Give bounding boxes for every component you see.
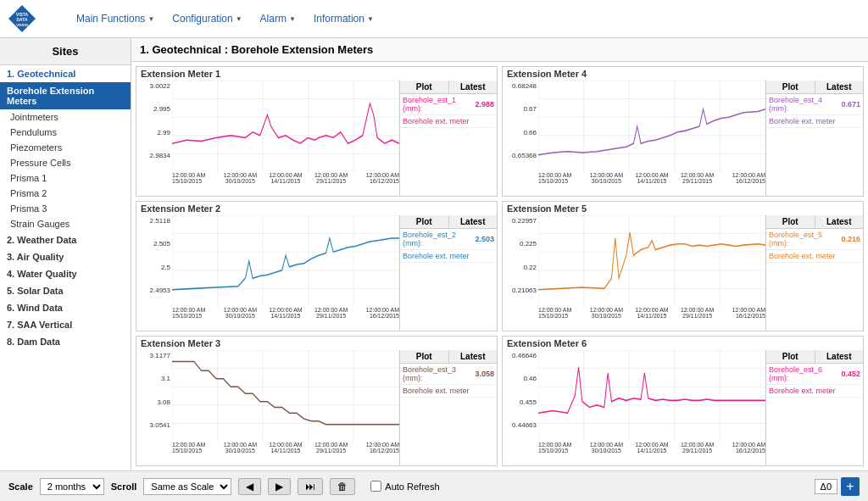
chart-legend-ext2: Plot Latest Borehole_est_2 (mm): 2.503 B…: [399, 215, 497, 331]
chart-plot-ext1: [172, 81, 399, 172]
chevron-down-icon: ▼: [236, 15, 242, 23]
sidebar-item-saa[interactable]: 7. SAA Vertical: [0, 316, 131, 333]
chart-title-ext2: Extension Meter 2: [136, 202, 497, 215]
chart-plot-ext3: [172, 350, 399, 442]
scale-select[interactable]: 2 months 1 month 3 months: [40, 478, 104, 495]
chart-ext2: Extension Meter 2 2.5118 2.505 2.5 2.495…: [136, 201, 498, 331]
sidebar: Sites 1. Geotechnical Borehole Extension…: [0, 38, 131, 470]
sidebar-item-jointmeters[interactable]: Jointmeters: [0, 109, 131, 125]
sidebar-item-pendulums[interactable]: Pendulums: [0, 125, 131, 140]
chart-legend-ext6: Plot Latest Borehole_est_6 (mm): 0.452 B…: [765, 350, 863, 465]
chevron-down-icon: ▼: [289, 15, 296, 23]
scroll-select[interactable]: Same as Scale 1 week 1 day: [143, 478, 231, 495]
chart-plot-ext6: [538, 350, 765, 442]
xaxis-ext3: 12:00:00 AM15/10/2015 12:00:00 AM30/10/2…: [136, 442, 399, 465]
sidebar-item-pressure-cells[interactable]: Pressure Cells: [0, 155, 131, 170]
bottom-toolbar: Scale 2 months 1 month 3 months Scroll S…: [0, 470, 868, 501]
auto-refresh-label: Auto Refresh: [385, 482, 439, 492]
add-button[interactable]: +: [841, 477, 860, 496]
logo-icon: VISTA DATA VISION: [8, 5, 36, 32]
yaxis-ext4: 0.68248 0.67 0.66 0.65368: [503, 81, 538, 172]
svg-text:DATA: DATA: [16, 17, 28, 22]
chart-plot-ext2: [172, 215, 399, 307]
chart-legend-ext4: Plot Latest Borehole_est_4 (mm): 0.671 B…: [765, 81, 863, 196]
sidebar-item-solar[interactable]: 5. Solar Data: [0, 282, 131, 299]
scroll-back-button[interactable]: ◀: [238, 478, 261, 495]
sidebar-item-prisma1[interactable]: Prisma 1: [0, 170, 131, 186]
xaxis-ext6: 12:00:00 AM15/10/2015 12:00:00 AM30/10/2…: [503, 442, 765, 465]
chart-legend-ext1: Plot Latest Borehole_est_1 (mm): 2.988 B…: [399, 81, 497, 196]
nav-information[interactable]: Information ▼: [307, 8, 381, 29]
nav-alarm[interactable]: Alarm ▼: [253, 8, 303, 29]
content-area: 1. Geotechnical : Borehole Extension Met…: [131, 38, 868, 470]
chart-title-ext6: Extension Meter 6: [503, 337, 863, 350]
chart-body-ext6: 0.46646 0.46 0.455 0.44663: [503, 350, 863, 465]
sidebar-title: Sites: [0, 38, 131, 65]
nav-configuration[interactable]: Configuration ▼: [165, 8, 248, 29]
sidebar-item-wind[interactable]: 6. Wind Data: [0, 299, 131, 316]
charts-grid: Extension Meter 1 3.0022 2.995 2.99 2.98…: [131, 62, 868, 470]
xaxis-ext5: 12:00:00 AM15/10/2015 12:00:00 AM30/10/2…: [503, 307, 765, 331]
chart-legend-ext5: Plot Latest Borehole_est_5 (mm): 0.216 B…: [765, 215, 863, 331]
chart-body-ext4: 0.68248 0.67 0.66 0.65368: [503, 81, 863, 196]
sidebar-item-prisma2[interactable]: Prisma 2: [0, 186, 131, 201]
delta-badge: Δ0: [815, 479, 837, 494]
svg-text:VISION: VISION: [16, 23, 28, 27]
chart-title-ext3: Extension Meter 3: [136, 337, 497, 350]
chart-body-ext2: 2.5118 2.505 2.5 2.4953: [136, 215, 497, 331]
scale-label: Scale: [8, 482, 33, 492]
auto-refresh-area: Auto Refresh: [370, 481, 439, 492]
xaxis-ext1: 12:00:00 AM15/10/2015 12:00:00 AM30/10/2…: [136, 172, 399, 196]
chart-body-ext3: 3.1177 3.1 3.08 3.0541: [136, 350, 497, 465]
chart-legend-ext3: Plot Latest Borehole_est_3 (mm): 3.058 B…: [399, 350, 497, 465]
logo: VISTA DATA VISION: [8, 5, 36, 32]
yaxis-ext3: 3.1177 3.1 3.08 3.0541: [136, 350, 172, 442]
chart-ext5: Extension Meter 5 0.22957 0.225 0.22 0.2…: [502, 201, 864, 331]
chart-plot-ext4: [538, 81, 765, 172]
chart-title-ext5: Extension Meter 5: [503, 202, 863, 215]
sidebar-item-weather[interactable]: 2. Weather Data: [0, 231, 131, 248]
sidebar-item-borehole[interactable]: Borehole Extension Meters: [0, 82, 131, 109]
auto-refresh-checkbox[interactable]: [370, 481, 381, 492]
sidebar-item-air-quality[interactable]: 3. Air Quality: [0, 248, 131, 265]
nav-menu: Main Functions ▼ Configuration ▼ Alarm ▼…: [70, 8, 381, 29]
chart-ext3: Extension Meter 3 3.1177 3.1 3.08 3.0541: [136, 336, 498, 466]
yaxis-ext2: 2.5118 2.505 2.5 2.4953: [136, 215, 172, 307]
chart-body-ext5: 0.22957 0.225 0.22 0.21063: [503, 215, 863, 331]
yaxis-ext1: 3.0022 2.995 2.99 2.9834: [136, 81, 172, 172]
sidebar-item-geotechnical[interactable]: 1. Geotechnical: [0, 65, 131, 82]
chart-body-ext1: 3.0022 2.995 2.99 2.9834: [136, 81, 497, 196]
scroll-end-button[interactable]: ⏭: [298, 478, 323, 495]
yaxis-ext5: 0.22957 0.225 0.22 0.21063: [503, 215, 538, 307]
delete-button[interactable]: 🗑: [330, 478, 355, 495]
main-layout: Sites 1. Geotechnical Borehole Extension…: [0, 38, 868, 470]
sidebar-item-water-quality[interactable]: 4. Water Quality: [0, 265, 131, 282]
bottom-right-controls: Δ0 +: [815, 477, 860, 496]
chart-ext1: Extension Meter 1 3.0022 2.995 2.99 2.98…: [136, 66, 498, 197]
sidebar-item-prisma3[interactable]: Prisma 3: [0, 201, 131, 216]
chart-title-ext1: Extension Meter 1: [136, 67, 497, 81]
xaxis-ext4: 12:00:00 AM15/10/2015 12:00:00 AM30/10/2…: [503, 172, 765, 196]
nav-main-functions[interactable]: Main Functions ▼: [70, 8, 161, 29]
top-navigation: VISTA DATA VISION Main Functions ▼ Confi…: [0, 0, 868, 38]
yaxis-ext6: 0.46646 0.46 0.455 0.44663: [503, 350, 538, 442]
chart-ext4: Extension Meter 4 0.68248 0.67 0.66 0.65…: [502, 66, 864, 197]
chart-ext6: Extension Meter 6 0.46646 0.46 0.455 0.4…: [502, 336, 864, 466]
page-title: 1. Geotechnical : Borehole Extension Met…: [131, 38, 868, 62]
chart-plot-ext5: [538, 215, 765, 307]
chevron-down-icon: ▼: [367, 15, 374, 23]
scroll-label: Scroll: [111, 482, 137, 492]
sidebar-item-piezometers[interactable]: Piezometers: [0, 140, 131, 155]
xaxis-ext2: 12:00:00 AM15/10/2015 12:00:00 AM30/10/2…: [136, 307, 399, 331]
chart-title-ext4: Extension Meter 4: [503, 67, 863, 81]
chevron-down-icon: ▼: [147, 15, 154, 23]
scroll-forward-button[interactable]: ▶: [268, 478, 291, 495]
sidebar-item-dam[interactable]: 8. Dam Data: [0, 333, 131, 350]
sidebar-item-strain-gauges[interactable]: Strain Gauges: [0, 216, 131, 231]
